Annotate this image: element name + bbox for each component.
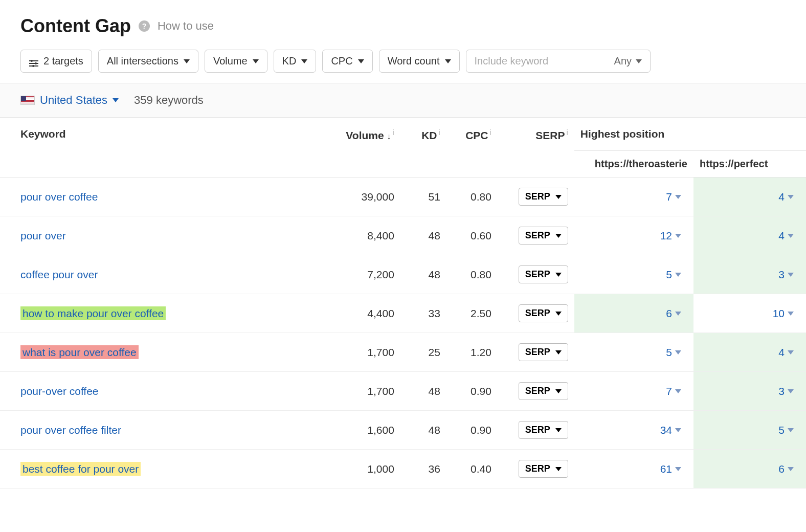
position-dropdown[interactable]: 4	[778, 191, 794, 203]
cell-pos1: 12	[574, 216, 693, 255]
col-volume[interactable]: Volume ↓i	[329, 118, 400, 178]
table-row: how to make pour over coffee 4,400 33 2.…	[0, 294, 806, 333]
position-dropdown[interactable]: 61	[660, 463, 681, 475]
position-dropdown[interactable]: 3	[778, 269, 794, 281]
table-row: pour-over coffee 1,700 48 0.90 SERP 7 3	[0, 372, 806, 411]
how-to-use-link[interactable]: How to use	[158, 19, 214, 33]
table-row: what is pour over coffee 1,700 25 1.20 S…	[0, 333, 806, 372]
cell-volume: 1,700	[329, 372, 400, 411]
position-dropdown[interactable]: 6	[666, 307, 681, 320]
serp-button[interactable]: SERP	[519, 382, 568, 400]
position-dropdown[interactable]: 7	[666, 385, 681, 397]
cell-volume: 1,600	[329, 411, 400, 450]
cell-cpc: 0.90	[446, 411, 498, 450]
col-keyword[interactable]: Keyword	[0, 118, 329, 178]
include-keyword-control[interactable]: Any	[466, 50, 651, 73]
cell-pos2: 10	[693, 294, 806, 333]
cell-kd: 48	[400, 216, 446, 255]
position-dropdown[interactable]: 4	[778, 346, 794, 359]
serp-label: SERP	[525, 386, 550, 396]
info-icon[interactable]: i	[439, 128, 440, 137]
keyword-link[interactable]: coffee pour over	[20, 269, 98, 280]
chevron-down-icon	[555, 195, 562, 199]
cell-keyword: what is pour over coffee	[0, 333, 329, 372]
volume-label: Volume	[213, 55, 248, 67]
serp-button[interactable]: SERP	[519, 304, 568, 322]
col-cpc[interactable]: CPCi	[446, 118, 498, 178]
serp-button[interactable]: SERP	[519, 188, 568, 206]
serp-label: SERP	[525, 463, 550, 474]
table-row: pour over coffee filter 1,600 48 0.90 SE…	[0, 411, 806, 450]
keyword-link[interactable]: best coffee for pour over	[20, 462, 141, 476]
serp-button[interactable]: SERP	[519, 265, 568, 283]
position-dropdown[interactable]: 7	[666, 191, 681, 203]
col-kd[interactable]: KDi	[400, 118, 446, 178]
serp-button[interactable]: SERP	[519, 460, 568, 478]
cell-keyword: pour over coffee filter	[0, 411, 329, 450]
chevron-down-icon	[788, 389, 794, 393]
col-site1[interactable]: https://theroasterie	[574, 151, 693, 178]
position-dropdown[interactable]: 5	[666, 346, 681, 359]
keyword-link[interactable]: what is pour over coffee	[20, 345, 139, 359]
cell-pos2: 3	[693, 372, 806, 411]
position-dropdown[interactable]: 5	[778, 424, 794, 436]
kd-filter[interactable]: KD	[274, 50, 317, 73]
position-dropdown[interactable]: 10	[773, 307, 794, 320]
cell-kd: 48	[400, 411, 446, 450]
keyword-link[interactable]: how to make pour over coffee	[20, 306, 166, 320]
chevron-down-icon	[788, 234, 794, 238]
intersections-filter[interactable]: All intersections	[98, 50, 198, 73]
serp-label: SERP	[525, 425, 550, 435]
table-row: best coffee for pour over 1,000 36 0.40 …	[0, 450, 806, 489]
cell-kd: 48	[400, 255, 446, 294]
position-dropdown[interactable]: 5	[666, 269, 681, 281]
cell-serp: SERP	[498, 255, 574, 294]
col-site2[interactable]: https://perfect	[693, 151, 806, 178]
cell-pos2: 4	[693, 333, 806, 372]
cell-pos1: 5	[574, 333, 693, 372]
col-serp[interactable]: SERPi	[498, 118, 574, 178]
info-icon[interactable]: i	[567, 128, 568, 137]
info-icon[interactable]: i	[490, 128, 491, 137]
serp-button[interactable]: SERP	[519, 227, 568, 245]
cell-pos1: 7	[574, 372, 693, 411]
chevron-down-icon	[113, 98, 119, 102]
cell-volume: 8,400	[329, 216, 400, 255]
include-match-dropdown[interactable]: Any	[614, 55, 642, 67]
help-icon[interactable]: ?	[139, 20, 150, 32]
cell-kd: 51	[400, 178, 446, 216]
svg-point-5	[32, 65, 34, 67]
word-count-filter[interactable]: Word count	[379, 50, 460, 73]
serp-button[interactable]: SERP	[519, 421, 568, 439]
serp-label: SERP	[525, 230, 550, 241]
keyword-link[interactable]: pour-over coffee	[20, 385, 99, 397]
volume-filter[interactable]: Volume	[205, 50, 267, 73]
position-dropdown[interactable]: 12	[660, 230, 681, 242]
cell-kd: 33	[400, 294, 446, 333]
table-row: pour over 8,400 48 0.60 SERP 12 4	[0, 216, 806, 255]
cell-pos2: 4	[693, 216, 806, 255]
cell-pos2: 3	[693, 255, 806, 294]
cpc-filter[interactable]: CPC	[322, 50, 372, 73]
cell-volume: 1,000	[329, 450, 400, 489]
keyword-link[interactable]: pour over coffee filter	[20, 424, 121, 436]
chevron-down-icon	[555, 389, 562, 393]
chevron-down-icon	[555, 350, 562, 354]
position-dropdown[interactable]: 4	[778, 230, 794, 242]
chevron-down-icon	[358, 59, 364, 63]
position-dropdown[interactable]: 3	[778, 385, 794, 397]
chevron-down-icon	[788, 428, 794, 432]
svg-point-1	[31, 60, 33, 62]
position-dropdown[interactable]: 6	[778, 463, 794, 475]
country-selector[interactable]: United States	[20, 94, 119, 107]
cell-pos1: 7	[574, 178, 693, 216]
targets-filter[interactable]: 2 targets	[20, 50, 92, 73]
include-keyword-input[interactable]	[475, 55, 604, 67]
serp-button[interactable]: SERP	[519, 343, 568, 361]
keyword-link[interactable]: pour over	[20, 230, 66, 241]
info-icon[interactable]: i	[393, 128, 394, 137]
cell-keyword: pour over coffee	[0, 178, 329, 216]
position-dropdown[interactable]: 34	[660, 424, 681, 436]
keyword-link[interactable]: pour over coffee	[20, 191, 98, 203]
chevron-down-icon	[788, 273, 794, 277]
